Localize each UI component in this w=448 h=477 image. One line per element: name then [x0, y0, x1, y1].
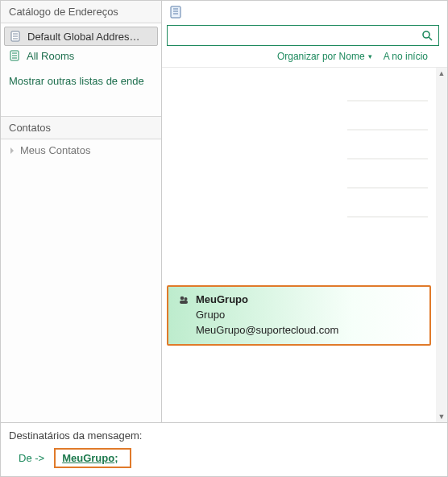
result-card-meugrupo[interactable]: MeuGrupo Grupo MeuGrupo@suportecloud.com: [167, 285, 431, 346]
book-icon: [9, 49, 22, 62]
to-top-link[interactable]: A no início: [384, 51, 428, 62]
catalog-header: Catálogo de Endereços: [1, 1, 161, 23]
recipients-row: De -> MeuGrupo;: [9, 448, 439, 468]
scroll-up-icon[interactable]: ▲: [436, 68, 447, 79]
chevron-down-icon: ▾: [368, 52, 372, 60]
search-row: [162, 22, 447, 48]
main-panel: Organizar por Nome ▾ A no início: [162, 1, 447, 422]
search-icon[interactable]: [421, 29, 433, 42]
book-icon: [10, 30, 23, 43]
my-contacts-label: Meus Contatos: [20, 144, 90, 156]
results-scrollbar[interactable]: ▲ ▼: [436, 68, 447, 422]
contacts-header: Contatos: [1, 116, 161, 139]
recipients-section: Destinatários da mensagem: De -> MeuGrup…: [1, 422, 447, 476]
to-top-label: A no início: [384, 51, 428, 62]
svg-line-13: [429, 37, 432, 40]
recipient-separator: ;: [114, 452, 118, 464]
placeholder-lines: [347, 100, 428, 218]
sidebar-item-label: All Rooms: [27, 50, 74, 62]
recipient-link[interactable]: MeuGrupo: [62, 452, 114, 464]
search-box[interactable]: [167, 25, 439, 46]
address-book-list: Default Global Addres… All Rooms: [1, 23, 161, 68]
svg-rect-8: [171, 6, 180, 18]
sidebar: Catálogo de Endereços Default Global Add…: [1, 1, 162, 422]
top-icon-row: [162, 1, 447, 22]
group-icon: [178, 294, 189, 305]
results-area: MeuGrupo Grupo MeuGrupo@suportecloud.com…: [162, 67, 447, 422]
result-type: Grupo: [178, 309, 421, 321]
svg-rect-16: [180, 301, 188, 304]
from-label[interactable]: De ->: [9, 452, 44, 464]
result-title-row: MeuGrupo: [178, 293, 421, 305]
my-contacts-item[interactable]: Meus Contatos: [1, 139, 161, 161]
result-name: MeuGrupo: [196, 293, 248, 305]
organize-label: Organizar por Nome: [277, 51, 365, 62]
svg-point-12: [423, 31, 429, 38]
sidebar-item-default-gal[interactable]: Default Global Addres…: [4, 27, 158, 46]
sort-row: Organizar por Nome ▾ A no início: [162, 48, 447, 67]
recipient-box: MeuGrupo;: [54, 448, 131, 468]
notes-icon[interactable]: [168, 5, 183, 19]
search-input[interactable]: [172, 29, 421, 43]
upper-pane: Catálogo de Endereços Default Global Add…: [1, 1, 447, 422]
chevron-right-icon: [9, 144, 17, 156]
scroll-down-icon[interactable]: ▼: [436, 411, 447, 422]
recipients-label: Destinatários da mensagem:: [9, 429, 439, 442]
result-email: MeuGrupo@suportecloud.com: [178, 324, 421, 336]
window: Catálogo de Endereços Default Global Add…: [0, 0, 448, 477]
sidebar-item-label: Default Global Addres…: [27, 31, 139, 43]
sidebar-item-all-rooms[interactable]: All Rooms: [1, 46, 161, 65]
svg-point-14: [180, 296, 185, 300]
organize-by-name[interactable]: Organizar por Nome ▾: [277, 51, 372, 62]
svg-point-15: [185, 297, 188, 301]
more-lists-link[interactable]: Mostrar outras listas de ende: [1, 68, 161, 92]
